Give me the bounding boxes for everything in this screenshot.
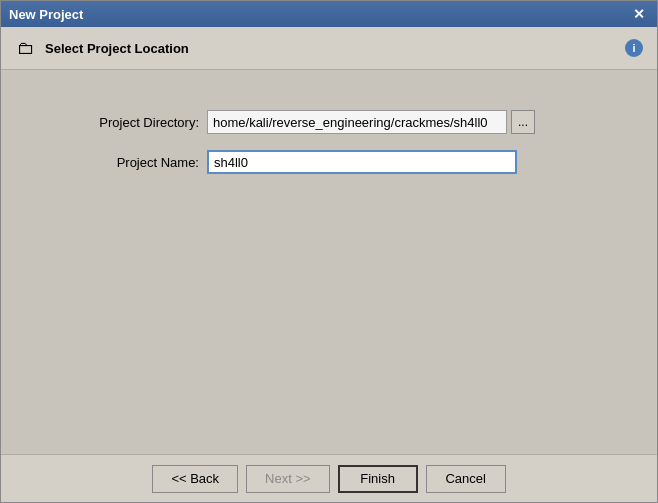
header-left: 🗀 Select Project Location bbox=[15, 37, 189, 59]
name-label: Project Name: bbox=[69, 155, 199, 170]
name-input-group bbox=[207, 150, 589, 174]
title-bar: New Project ✕ bbox=[1, 1, 657, 27]
next-button[interactable]: Next >> bbox=[246, 465, 330, 493]
main-area: Project Directory: ... Project Name: bbox=[1, 70, 657, 454]
dialog-title: New Project bbox=[9, 7, 83, 22]
dialog-content: 🗀 Select Project Location i Project Dire… bbox=[1, 27, 657, 502]
button-bar: << Back Next >> Finish Cancel bbox=[1, 454, 657, 502]
name-input[interactable] bbox=[207, 150, 517, 174]
directory-input-group: ... bbox=[207, 110, 589, 134]
header-title: Select Project Location bbox=[45, 41, 189, 56]
directory-input[interactable] bbox=[207, 110, 507, 134]
new-project-dialog: New Project ✕ 🗀 Select Project Location … bbox=[0, 0, 658, 503]
back-button[interactable]: << Back bbox=[152, 465, 238, 493]
form-container: Project Directory: ... Project Name: bbox=[69, 110, 589, 174]
finish-button[interactable]: Finish bbox=[338, 465, 418, 493]
name-row: Project Name: bbox=[69, 150, 589, 174]
header-panel: 🗀 Select Project Location i bbox=[1, 27, 657, 70]
info-icon[interactable]: i bbox=[625, 39, 643, 57]
cancel-button[interactable]: Cancel bbox=[426, 465, 506, 493]
directory-row: Project Directory: ... bbox=[69, 110, 589, 134]
folder-icon: 🗀 bbox=[15, 37, 37, 59]
browse-button[interactable]: ... bbox=[511, 110, 535, 134]
directory-label: Project Directory: bbox=[69, 115, 199, 130]
close-button[interactable]: ✕ bbox=[629, 4, 649, 24]
